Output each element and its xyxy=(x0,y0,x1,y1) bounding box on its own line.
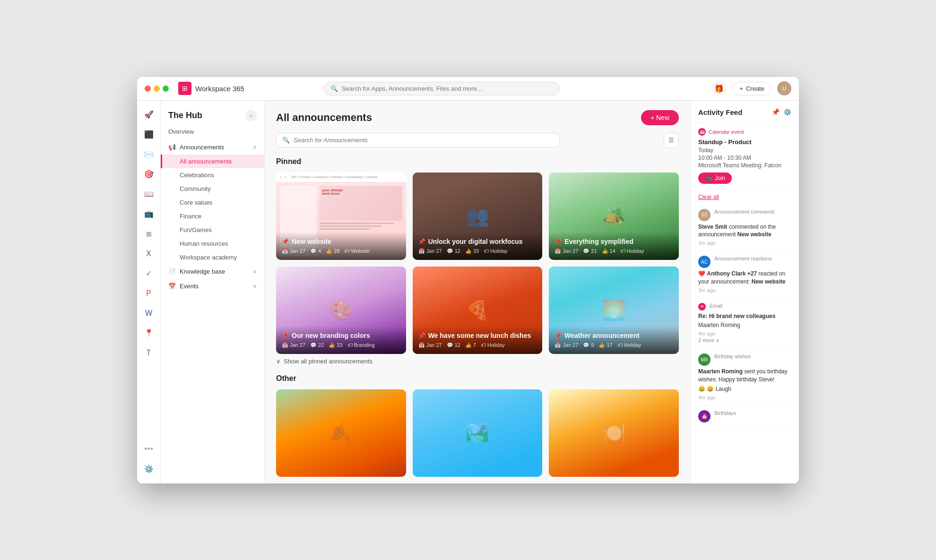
activity-type-birthday: Birthday wishes xyxy=(714,353,751,359)
card-date: 📅 Jan 27 xyxy=(418,248,442,254)
new-button[interactable]: + New xyxy=(641,110,679,125)
activity-time-2: 3m ago xyxy=(698,287,791,293)
sidebar-icon-teams[interactable]: T xyxy=(140,345,157,362)
announcements-chevron: ∧ xyxy=(253,144,257,150)
activity-text-1: Steve Smit commented on the announcement… xyxy=(698,223,791,239)
nav-item-human-resources[interactable]: Human resources xyxy=(161,237,264,250)
titlebar: ⊞ Workspace 365 🔍 🎁 + Create U xyxy=(137,77,799,101)
clear-all-button[interactable]: Clear all xyxy=(691,190,799,204)
traffic-lights xyxy=(145,86,169,92)
sidebar-icon-target[interactable]: 🎯 xyxy=(140,166,157,183)
calendar-event-time: 10:00 AM - 10:30 AM xyxy=(698,155,791,161)
nav-section-events[interactable]: 📅 Events ∨ xyxy=(161,279,264,293)
content-header: All announcements + New xyxy=(276,110,679,125)
activity-feed-title: Activity Feed xyxy=(698,108,742,116)
nav-item-celebrations[interactable]: Celebrations xyxy=(161,168,264,182)
knowledge-base-chevron: ∨ xyxy=(253,268,257,275)
settings-icon[interactable]: ⚙️ xyxy=(140,461,157,478)
card-likes: 👍 14 xyxy=(602,248,615,254)
show-all-pinned-button[interactable]: ∨ Show all pinned announcements xyxy=(276,358,679,365)
calendar-badge-dot: 📅 xyxy=(698,128,706,136)
pinned-cards-grid: 365 • Product • Solutions • Partners • K… xyxy=(276,172,679,354)
card-title-text: We have some new lunch dishes xyxy=(428,332,531,339)
video-icon: 📹 xyxy=(705,175,712,181)
nav-item-fun-games[interactable]: Fun/Games xyxy=(161,223,264,237)
card-title-text: Unlock your digital workfocus xyxy=(428,238,523,245)
sidebar-icon-more[interactable]: ••• xyxy=(140,441,157,458)
sidebar-icon-map[interactable]: 📍 xyxy=(140,325,157,342)
nav-item-core-values[interactable]: Core values xyxy=(161,196,264,209)
events-icon: 📅 xyxy=(168,283,176,290)
maximize-button[interactable] xyxy=(163,86,169,92)
activity-item-birthdays: 🎂 Birthdays xyxy=(691,405,799,430)
sidebar-icon-ppt[interactable]: P xyxy=(140,285,157,302)
hub-title: The Hub xyxy=(168,111,202,121)
pin-icon: 📌 xyxy=(282,238,289,245)
main-content: All announcements + New 🔍 ☰ Pinned 3 xyxy=(265,101,690,483)
icon-sidebar: 🚀 ⬛ ✉️ 🎯 📖 📺 ⊞ X ✓ P W 📍 T ••• ⚙️ xyxy=(137,101,161,483)
card-comments: 💬 21 xyxy=(583,248,597,254)
sidebar-icon-check[interactable]: ✓ xyxy=(140,265,157,282)
close-button[interactable] xyxy=(145,86,151,92)
nav-section-announcements-header[interactable]: 📢 Announcements ∧ xyxy=(161,140,264,155)
activity-item-birthday-header: MR Birthday wishes xyxy=(698,353,791,366)
pin-icon: 📌 xyxy=(418,238,425,245)
card-date: 📅 Jan 27 xyxy=(555,248,578,254)
card-weather-announcement[interactable]: 📌 Weather announcement 📅 Jan 27 💬 9 👍 17… xyxy=(549,267,679,354)
card-tag: 🏷 Website xyxy=(344,248,370,254)
activity-type-1: Announcement comments xyxy=(714,209,775,215)
pin-feed-icon[interactable]: 📌 xyxy=(771,108,780,116)
card-digital-workfocus[interactable]: 📌 Unlock your digital workfocus 📅 Jan 27… xyxy=(413,172,543,260)
sidebar-icon-apps[interactable]: ⊞ xyxy=(140,225,157,242)
settings-feed-icon[interactable]: ⚙️ xyxy=(783,108,791,116)
filter-button[interactable]: ☰ xyxy=(664,133,679,148)
card-likes: 👍 33 xyxy=(465,248,479,254)
global-search-input[interactable] xyxy=(342,85,553,92)
sidebar-icon-mail[interactable]: ✉️ xyxy=(140,146,157,163)
create-label: Create xyxy=(746,85,764,92)
nav-item-finance[interactable]: Finance xyxy=(161,209,264,223)
card-branding-colors[interactable]: 📌 Our new branding colors 📅 Jan 27 💬 22 … xyxy=(276,267,406,354)
sidebar-icon-tv[interactable]: 📺 xyxy=(140,206,157,223)
activity-avatar-1: SS xyxy=(698,209,711,221)
knowledge-base-label-group: 📄 Knowledge base xyxy=(168,268,225,275)
card-other-2[interactable] xyxy=(413,389,543,477)
activity-item-2: AC Announcement reactions ❤️ Anthony Cla… xyxy=(691,251,799,298)
nav-item-community[interactable]: Community xyxy=(161,182,264,196)
card-everything-symplified[interactable]: 📌 Everything symplified 📅 Jan 27 💬 21 👍 … xyxy=(549,172,679,260)
activity-email-more[interactable]: 2 more ∨ xyxy=(698,337,791,344)
gift-button[interactable]: 🎁 xyxy=(711,81,727,96)
sidebar-icon-book[interactable]: 📖 xyxy=(140,186,157,203)
chevron-down-icon: ∨ xyxy=(276,358,281,365)
collapse-button[interactable]: ‹ xyxy=(245,110,257,121)
announcement-search[interactable]: 🔍 xyxy=(276,133,560,147)
nav-item-overview[interactable]: Overview xyxy=(161,125,264,138)
calendar-event-badge: 📅 Calendar event xyxy=(698,128,791,136)
titlebar-right: 🎁 + Create U xyxy=(711,81,791,96)
card-date: 📅 Jan 27 xyxy=(282,342,305,348)
sidebar-icon-excel[interactable]: X xyxy=(140,245,157,262)
nav-section-knowledge-base[interactable]: 📄 Knowledge base ∨ xyxy=(161,264,264,279)
join-button[interactable]: 📹 Join xyxy=(698,172,732,184)
user-avatar[interactable]: U xyxy=(777,81,791,95)
card-other-1[interactable] xyxy=(276,389,406,477)
activity-time-1: 1m ago xyxy=(698,240,791,246)
announcement-search-input[interactable] xyxy=(294,137,554,144)
card-other-3[interactable] xyxy=(549,389,679,477)
card-lunch-dishes[interactable]: 📌 We have some new lunch dishes 📅 Jan 27… xyxy=(413,267,543,354)
nav-item-all-announcements[interactable]: All announcements xyxy=(161,155,264,168)
create-button[interactable]: + Create xyxy=(732,82,771,95)
nav-section-announcements: 📢 Announcements ∧ All announcements Cele… xyxy=(161,140,264,264)
minimize-button[interactable] xyxy=(154,86,160,92)
card-comments: 💬 4 xyxy=(310,248,321,254)
sidebar-icon-grid[interactable]: ⬛ xyxy=(140,126,157,143)
app-logo: ⊞ Workspace 365 xyxy=(178,82,244,95)
card-comments: 💬 22 xyxy=(310,342,324,348)
pin-icon: 📌 xyxy=(282,332,289,339)
create-plus-icon: + xyxy=(739,85,743,92)
sidebar-icon-word[interactable]: W xyxy=(140,305,157,322)
card-new-website[interactable]: 365 • Product • Solutions • Partners • K… xyxy=(276,172,406,260)
global-search-bar[interactable]: 🔍 xyxy=(323,82,560,95)
nav-item-workspace-academy[interactable]: Workspace academy xyxy=(161,250,264,264)
sidebar-icon-rocket[interactable]: 🚀 xyxy=(140,106,157,123)
